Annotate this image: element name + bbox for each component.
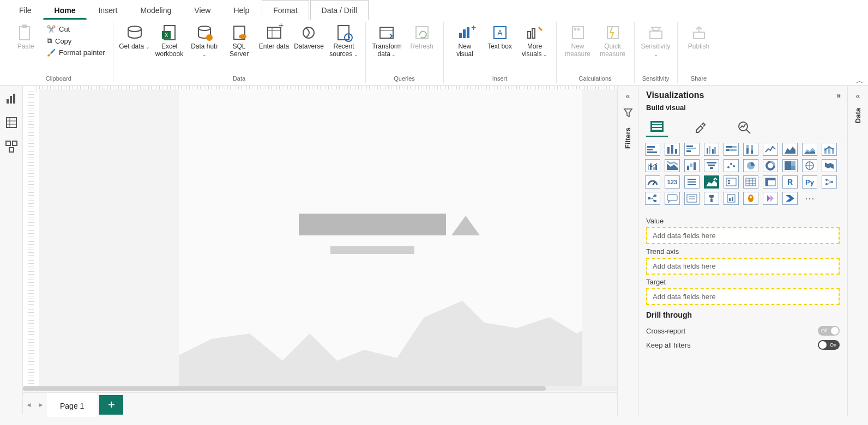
data-hub-button[interactable]: Data hub ⌄ [189, 23, 220, 58]
text-box-button[interactable]: AText box [484, 23, 516, 50]
page-next-button[interactable]: ► [35, 401, 47, 409]
well-trend-axis[interactable]: Add data fields here [646, 258, 840, 275]
qa-visual-icon[interactable] [665, 192, 680, 205]
tab-modeling[interactable]: Modeling [129, 0, 183, 20]
report-canvas[interactable] [39, 89, 617, 386]
goals-icon[interactable] [704, 192, 719, 205]
get-data-button[interactable]: Get data ⌄ [119, 23, 150, 50]
tab-data-drill[interactable]: Data / Drill [310, 0, 369, 20]
visual-placeholder[interactable] [179, 89, 582, 388]
ribbon-chart-icon[interactable] [665, 159, 680, 172]
tab-view[interactable]: View [183, 0, 222, 20]
well-target[interactable]: Add data fields here [646, 288, 840, 305]
ribbon-collapse-button[interactable]: ︿ [856, 76, 864, 86]
expand-data-button[interactable]: « [856, 92, 860, 100]
model-view-button[interactable] [5, 141, 17, 153]
keep-filters-toggle[interactable] [818, 340, 840, 350]
data-view-button[interactable] [5, 117, 17, 129]
svg-point-85 [733, 165, 735, 167]
publish-button[interactable]: Publish [683, 23, 715, 50]
filled-map-icon[interactable] [822, 159, 837, 172]
tab-insert[interactable]: Insert [87, 0, 129, 20]
canvas-scrollbar[interactable] [23, 386, 617, 391]
group-calc-label: Calculations [562, 74, 629, 83]
svg-rect-14 [338, 26, 349, 40]
donut-chart-icon[interactable] [763, 159, 778, 172]
excel-workbook-button[interactable]: XExcel workbook [154, 23, 185, 58]
clustered-bar-chart-icon[interactable] [684, 143, 700, 156]
line-chart-icon[interactable] [763, 143, 778, 156]
treemap-icon[interactable] [782, 159, 798, 172]
tab-help[interactable]: Help [222, 0, 261, 20]
matrix-icon[interactable] [763, 175, 778, 189]
well-value[interactable]: Add data fields here [646, 227, 840, 244]
area-chart-icon[interactable] [782, 143, 798, 156]
well-trend-label: Trend axis [646, 247, 840, 256]
build-visual-label: Build visual [638, 102, 847, 115]
page-tab-1[interactable]: Page 1 [47, 393, 97, 417]
new-visual-button[interactable]: +New visual [449, 23, 481, 58]
gauge-icon[interactable] [645, 175, 660, 189]
power-automate-icon[interactable] [782, 192, 798, 205]
add-page-button[interactable]: + [99, 395, 123, 415]
new-measure-button[interactable]: New measure [562, 23, 594, 58]
refresh-button[interactable]: Refresh [406, 23, 438, 50]
powerapps-icon[interactable] [763, 192, 778, 205]
expand-filters-button[interactable]: « [626, 92, 630, 100]
format-visual-tab[interactable] [690, 117, 712, 137]
pie-chart-icon[interactable] [743, 159, 758, 172]
scatter-chart-icon[interactable] [724, 159, 739, 172]
line-stacked-column-icon[interactable] [822, 143, 837, 156]
scrollbar-thumb[interactable] [23, 386, 546, 391]
kpi-icon[interactable] [704, 175, 719, 189]
svg-point-6 [198, 26, 210, 31]
slicer-icon[interactable] [724, 175, 739, 189]
table-icon[interactable] [743, 175, 758, 189]
quick-measure-button[interactable]: Quick measure [597, 23, 629, 58]
stacked-column-chart-icon[interactable] [665, 143, 680, 156]
dataverse-button[interactable]: Dataverse [293, 23, 325, 50]
funnel-chart-icon[interactable] [704, 159, 719, 172]
collapse-visualizations-button[interactable]: » [836, 91, 841, 100]
decomposition-tree-icon[interactable] [645, 192, 660, 205]
view-switcher [0, 86, 23, 414]
svg-rect-55 [686, 145, 693, 147]
waterfall-chart-icon[interactable] [684, 159, 700, 172]
format-painter-button[interactable]: 🖌️Format painter [45, 47, 107, 58]
cross-report-toggle[interactable] [818, 326, 840, 336]
map-icon[interactable] [802, 159, 817, 172]
hundred-stacked-column-icon[interactable] [743, 143, 758, 156]
card-icon[interactable]: 123 [665, 175, 680, 189]
tab-file[interactable]: File [8, 0, 43, 20]
smart-narrative-icon[interactable] [684, 192, 700, 205]
line-clustered-column-icon[interactable] [645, 159, 660, 172]
build-visual-tab[interactable] [646, 117, 668, 137]
sensitivity-button[interactable]: Sensitivity⌄ [640, 23, 672, 58]
stacked-area-chart-icon[interactable] [802, 143, 817, 156]
enter-data-button[interactable]: +Enter data [258, 23, 290, 50]
page-prev-button[interactable]: ◄ [23, 401, 35, 409]
paste-button[interactable]: Paste [10, 23, 41, 50]
tab-home[interactable]: Home [43, 0, 87, 20]
tab-format[interactable]: Format [262, 0, 309, 20]
r-visual-icon[interactable]: R [782, 175, 798, 189]
svg-point-7 [206, 34, 213, 41]
analytics-tab[interactable] [733, 117, 755, 137]
placeholder-trend-icon [451, 216, 480, 235]
paginated-report-icon[interactable] [724, 192, 739, 205]
sql-server-button[interactable]: SQL Server [224, 23, 255, 58]
copy-button[interactable]: ⧉Copy [45, 35, 107, 46]
hundred-stacked-bar-icon[interactable] [724, 143, 739, 156]
report-view-button[interactable] [5, 93, 17, 105]
recent-sources-button[interactable]: Recent sources ⌄ [328, 23, 360, 58]
stacked-bar-chart-icon[interactable] [645, 143, 660, 156]
clustered-column-chart-icon[interactable] [704, 143, 719, 156]
cut-button[interactable]: ✂️Cut [45, 24, 107, 34]
python-visual-icon[interactable]: Py [802, 175, 817, 189]
key-influencers-icon[interactable] [822, 175, 837, 189]
transform-data-button[interactable]: Transform data ⌄ [371, 23, 403, 58]
more-visuals-ellipsis[interactable]: ⋯ [802, 192, 817, 205]
multi-row-card-icon[interactable] [684, 175, 700, 189]
more-visuals-button[interactable]: More visuals ⌄ [519, 23, 551, 58]
arcgis-map-icon[interactable] [743, 192, 758, 205]
